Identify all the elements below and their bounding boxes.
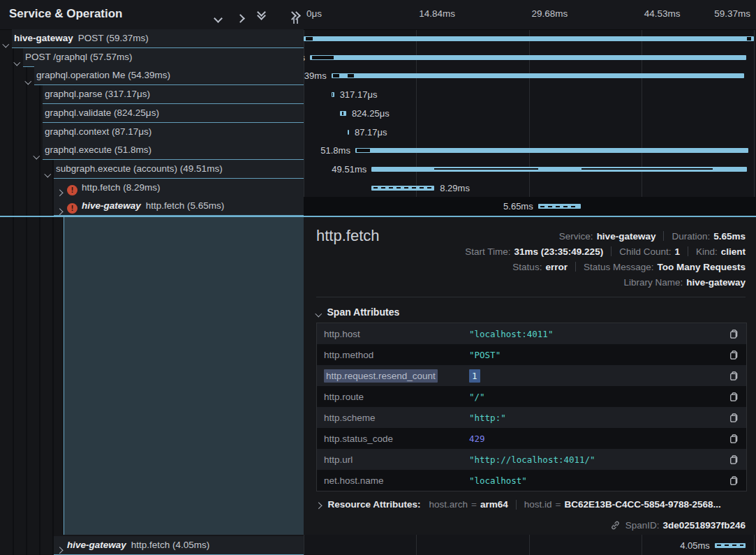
chevron-right-icon[interactable] <box>57 204 62 216</box>
tree-row[interactable]: graphql.execute (51.8ms) <box>0 141 304 160</box>
bottom-span-tree-cell[interactable]: hive-gatewayhttp.fetch (4.05ms) <box>0 536 304 555</box>
meta-label: Status: <box>512 262 542 272</box>
span-bar[interactable] <box>304 36 754 41</box>
span-meta-line: Library Name:hive-gateway <box>465 274 746 290</box>
expand-one-icon[interactable] <box>237 12 244 24</box>
tree-row[interactable]: !http.fetch (8.29ms) <box>0 179 304 198</box>
meta-label: Kind: <box>696 246 718 257</box>
copy-icon[interactable] <box>720 474 746 487</box>
span-row-label: graphql.execute (51.8ms) <box>45 145 151 155</box>
span-meta: Service:hive-gatewayDuration:5.65msStart… <box>465 228 746 290</box>
meta-label: Child Count: <box>619 246 671 257</box>
timeline-row: 8.29ms <box>304 179 756 198</box>
resource-attributes-row[interactable]: Resource Attributes: host.arch=arm64host… <box>316 499 721 510</box>
bottom-span-row: hive-gatewayhttp.fetch (4.05ms) 4.05ms <box>0 536 756 555</box>
timeline-row: 317.17μs <box>304 85 756 104</box>
span-bar[interactable] <box>340 111 346 116</box>
ruler-tick-label: 0μs <box>306 8 322 19</box>
span-bar[interactable] <box>715 543 746 548</box>
tree-row[interactable]: graphql.context (87.17μs) <box>0 123 304 142</box>
copy-icon[interactable] <box>720 453 746 466</box>
attribute-key: http.method <box>317 350 469 360</box>
ruler-tick-label: 44.53ms <box>644 8 681 19</box>
link-icon[interactable] <box>610 520 621 531</box>
span-row-label: graphql.validate (824.25μs) <box>45 108 159 118</box>
chevron-right-icon[interactable] <box>57 543 62 555</box>
bar-duration-label: 4.05ms <box>680 540 710 551</box>
span-detail-panel: http.fetch Service:hive-gatewayDuration:… <box>304 217 756 535</box>
bar-duration-label: 824.25μs <box>352 108 390 119</box>
span-row-label: hive-gatewayhttp.fetch (4.05ms) <box>67 540 209 550</box>
span-row-label: graphql.context (87.17μs) <box>45 126 151 137</box>
chevron-down-icon[interactable] <box>26 73 31 86</box>
span-bar[interactable] <box>371 167 747 172</box>
chevron-down-icon[interactable] <box>34 148 39 161</box>
bar-self-time-mark <box>357 149 370 152</box>
bar-self-time-mark <box>332 93 333 96</box>
collapse-all-icon[interactable] <box>257 9 265 19</box>
span-attributes-header[interactable]: Span Attributes <box>316 306 399 318</box>
meta-label: Start Time: <box>465 246 510 257</box>
bar-self-time-mark <box>581 168 712 170</box>
attribute-row: http.scheme"http:" <box>317 407 746 428</box>
divider <box>316 297 746 297</box>
service-name: hive-gateway <box>67 540 126 550</box>
panel-resize-handle[interactable] <box>293 17 299 24</box>
meta-separator <box>611 246 612 256</box>
tree-row[interactable]: hive-gatewayPOST (59.37ms) <box>0 29 304 48</box>
span-meta-line: Start Time:31ms (23:35:49.225)Child Coun… <box>465 244 746 259</box>
attribute-key: http.host <box>317 329 469 339</box>
bar-duration-label: 5.65ms <box>503 201 533 212</box>
chevron-down-icon[interactable] <box>45 167 50 179</box>
spanid-row: SpanID: 3de02518937fb246 <box>610 520 746 531</box>
chevron-down-icon[interactable] <box>15 55 20 68</box>
bar-self-time-mark <box>434 168 538 170</box>
attribute-row: http.request.resend_count1 <box>317 365 746 386</box>
tree-row[interactable]: graphql.operation Me (54.39ms) <box>0 66 304 85</box>
copy-icon[interactable] <box>720 348 746 361</box>
tree-row-selected[interactable]: !hive-gatewayhttp.fetch (5.65ms) <box>0 197 304 216</box>
panel-title: Service & Operation <box>9 7 123 21</box>
chevron-down-icon[interactable] <box>3 36 8 49</box>
span-row-label: !http.fetch (8.29ms) <box>67 182 161 195</box>
span-bar[interactable] <box>332 92 334 97</box>
span-bar[interactable] <box>348 130 349 135</box>
chevron-right-icon[interactable] <box>57 186 62 198</box>
meta-value: 31ms (23:35:49.225) <box>514 246 604 257</box>
timeline-row: 824.25μs <box>304 104 756 123</box>
tree-row[interactable]: hive-gatewayhttp.fetch (4.05ms) <box>0 536 304 555</box>
tree-panel-header: Service & Operation <box>0 0 304 30</box>
tree-row[interactable]: POST /graphql (57.57ms) <box>0 48 304 67</box>
bar-self-time-mark <box>342 112 344 115</box>
span-bar[interactable] <box>310 55 746 60</box>
error-icon: ! <box>67 185 77 195</box>
trace-viewer: 0μs14.84ms29.68ms44.53ms59.37ms 59.37ms5… <box>0 0 756 555</box>
attribute-row: net.host.name"localhost" <box>317 470 746 491</box>
attribute-row: http.url"http://localhost:4011/" <box>317 449 746 470</box>
attribute-value: 429 <box>469 434 720 444</box>
attribute-value: "http://localhost:4011/" <box>469 454 720 465</box>
span-bar[interactable] <box>538 204 581 209</box>
indent-guide <box>13 536 14 555</box>
attribute-key: http.scheme <box>317 413 469 423</box>
span-bar[interactable] <box>355 148 748 153</box>
ruler-tick-label: 29.68ms <box>532 8 568 19</box>
bar-duration-label: 87.17μs <box>355 127 387 138</box>
copy-icon[interactable] <box>720 390 746 403</box>
span-bar[interactable] <box>371 186 434 191</box>
span-bar[interactable] <box>332 73 744 78</box>
copy-icon[interactable] <box>720 411 746 424</box>
span-row-label: subgraph.execute (accounts) (49.51ms) <box>56 163 223 174</box>
bar-duration-label: 8.29ms <box>440 183 470 193</box>
meta-value: hive-gateway <box>597 231 656 242</box>
tree-row[interactable]: subgraph.execute (accounts) (49.51ms) <box>0 160 304 179</box>
copy-icon[interactable] <box>720 327 746 340</box>
meta-value: hive-gateway <box>686 277 746 288</box>
attribute-row: http.route"/" <box>317 386 746 407</box>
tree-row[interactable]: graphql.validate (824.25μs) <box>0 104 304 123</box>
collapse-one-icon[interactable] <box>215 12 221 24</box>
spanid-value: 3de02518937fb246 <box>662 520 746 531</box>
copy-icon[interactable] <box>720 369 746 382</box>
tree-row[interactable]: graphql.parse (317.17μs) <box>0 85 304 104</box>
copy-icon[interactable] <box>720 432 746 445</box>
